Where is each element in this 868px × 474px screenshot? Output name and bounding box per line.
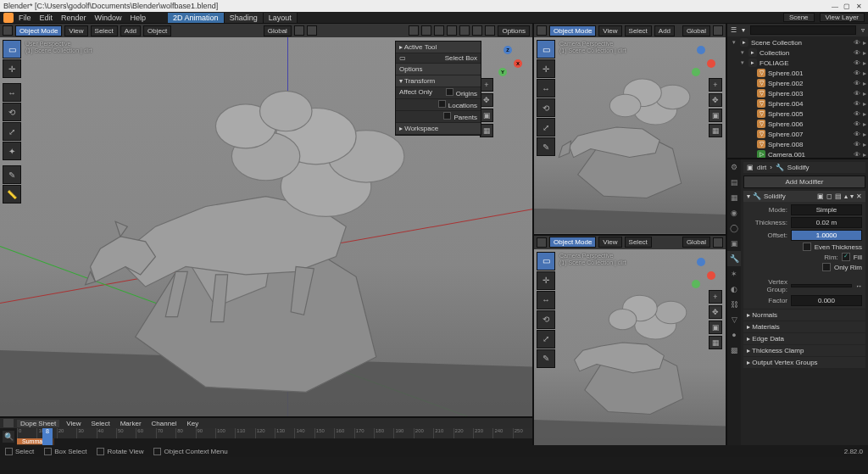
ptab-world-icon[interactable]: ◯ xyxy=(727,220,741,236)
timeline-select[interactable]: Select xyxy=(87,420,113,427)
outliner-tree[interactable]: ▾▸Scene Collection👁▸▾▸Collection👁▸▾▸FOLI… xyxy=(727,36,868,158)
mode-dropdown[interactable]: Object Mode xyxy=(549,25,596,36)
ptab-material-icon[interactable]: ● xyxy=(727,327,741,343)
ptab-mesh-icon[interactable]: ▽ xyxy=(727,312,741,327)
orient-dropdown[interactable]: Global xyxy=(682,237,710,248)
tool-move[interactable]: ↔ xyxy=(537,79,555,98)
viewport-menu-select[interactable]: Select xyxy=(625,25,652,36)
orientation-dropdown[interactable]: Global xyxy=(264,25,292,36)
vgroup-invert-icon[interactable]: ↔ xyxy=(855,282,862,290)
npanel-parents-check[interactable] xyxy=(443,112,451,120)
tool-annotate[interactable]: ✎ xyxy=(3,165,21,184)
modifier-move-up-icon[interactable]: ▴ xyxy=(844,192,848,200)
restrict-icon[interactable]: ▸ xyxy=(863,141,866,148)
gizmo-y-icon[interactable] xyxy=(692,68,700,76)
restrict-icon[interactable]: ▸ xyxy=(863,59,866,67)
tool-rotate[interactable]: ⟲ xyxy=(3,103,21,121)
panel-output-vgroups[interactable]: ▸ Output Vertex Groups xyxy=(743,357,865,368)
outliner-item[interactable]: ▾▸FOLIAGE👁▸ xyxy=(729,58,866,68)
tool-scale[interactable]: ⤢ xyxy=(3,122,21,141)
tool-annotate[interactable]: ✎ xyxy=(537,349,555,368)
ptab-modifier-icon[interactable]: 🔧 xyxy=(727,251,741,266)
tool-rotate[interactable]: ⟲ xyxy=(537,98,555,117)
camera-icon[interactable]: ▣ xyxy=(709,321,722,334)
viewport-menu-object[interactable]: Object xyxy=(143,25,171,36)
window-minimize-button[interactable]: — xyxy=(829,1,841,11)
persp-toggle-icon[interactable]: ▦ xyxy=(480,124,493,137)
snap-icon[interactable] xyxy=(294,25,304,36)
ptab-constraints-icon[interactable]: ⛓ xyxy=(727,297,741,312)
editor-type-icon[interactable] xyxy=(537,237,547,248)
gizmo-z-icon[interactable] xyxy=(697,258,705,266)
camera-icon[interactable]: ▣ xyxy=(709,109,722,122)
persp-icon[interactable]: ▦ xyxy=(709,336,722,349)
eye-icon[interactable]: 👁 xyxy=(854,39,860,47)
tool-transform[interactable]: ✦ xyxy=(3,142,21,160)
tool-measure[interactable]: 📏 xyxy=(3,185,21,204)
editor-type-icon[interactable] xyxy=(3,25,13,36)
modifier-display-render-icon[interactable]: ▣ xyxy=(817,192,824,200)
tool-select-box[interactable]: ▭ xyxy=(3,40,21,59)
outliner-filter-icon[interactable]: ▿ xyxy=(861,26,865,34)
shading-rendered-icon[interactable] xyxy=(485,25,495,36)
timeline-channel[interactable]: Channel xyxy=(148,420,181,427)
camera-view-icon[interactable]: ▣ xyxy=(480,109,493,122)
eye-icon[interactable]: 👁 xyxy=(854,70,860,77)
vertex-group-field[interactable] xyxy=(791,284,852,287)
fill-rim-check[interactable] xyxy=(842,253,850,261)
viewport-bottom-right[interactable]: Camera Perspective(1) Scene Collection |… xyxy=(534,249,726,446)
tool-rotate[interactable]: ⟲ xyxy=(537,310,555,329)
menu-file[interactable]: File xyxy=(15,14,35,22)
tool-move[interactable]: ↔ xyxy=(537,291,555,309)
zoom-icon[interactable]: + xyxy=(480,78,493,92)
pan-icon[interactable]: ✥ xyxy=(480,93,493,107)
solidify-mode[interactable]: Simple xyxy=(791,204,862,215)
tool-cursor[interactable]: ✛ xyxy=(3,59,21,78)
add-modifier-button[interactable]: Add Modifier xyxy=(743,176,865,188)
outliner-type-icon[interactable]: ☰ xyxy=(731,26,737,34)
outliner-item[interactable]: ▽Sphere.005👁▸ xyxy=(729,109,866,119)
modifier-display-edit-icon[interactable]: ▤ xyxy=(835,192,842,200)
eye-icon[interactable]: 👁 xyxy=(854,80,860,87)
timeline-body[interactable]: 🔍 01020304050607080901001101201301401501… xyxy=(0,428,532,445)
workspace-tab[interactable]: Shading xyxy=(225,13,264,23)
outliner-item[interactable]: ▽Sphere.001👁▸ xyxy=(729,68,866,78)
restrict-icon[interactable]: ▸ xyxy=(863,151,866,159)
gizmo-y-axis-icon[interactable]: Y xyxy=(498,68,507,76)
even-thickness-check[interactable] xyxy=(803,243,811,251)
outliner-item[interactable]: ▾▸Scene Collection👁▸ xyxy=(729,37,866,47)
gizmo-x-icon[interactable] xyxy=(707,271,715,280)
gizmo-y-icon[interactable] xyxy=(692,280,700,288)
scene-selector[interactable]: Scene xyxy=(783,13,815,22)
thickness-field[interactable]: 0.02 m xyxy=(791,217,862,228)
eye-icon[interactable]: 👁 xyxy=(854,49,860,57)
ptab-physics-icon[interactable]: ◐ xyxy=(727,282,741,297)
breadcrumb-modifier[interactable]: Solidify xyxy=(787,164,810,171)
window-close-button[interactable]: ✕ xyxy=(853,1,865,11)
modifier-delete-icon[interactable]: ✕ xyxy=(856,192,862,200)
tool-select-box[interactable]: ▭ xyxy=(537,252,555,270)
restrict-icon[interactable]: ▸ xyxy=(863,70,866,77)
nav-gizmo[interactable] xyxy=(688,256,719,287)
orient-dropdown[interactable]: Global xyxy=(682,25,710,36)
modifier-display-viewport-icon[interactable]: ◻ xyxy=(826,192,832,200)
viewport-main[interactable]: User Perspective (1) Scene Collection | … xyxy=(0,37,532,416)
restrict-icon[interactable]: ▸ xyxy=(863,110,866,118)
ptab-render-icon[interactable]: ⚙ xyxy=(727,159,741,175)
outliner-item[interactable]: ▽Sphere.004👁▸ xyxy=(729,98,866,109)
outliner-item[interactable]: ▽Sphere.002👁▸ xyxy=(729,78,866,88)
proportional-edit-icon[interactable] xyxy=(307,25,317,36)
ptab-particles-icon[interactable]: ✶ xyxy=(727,266,741,282)
xray-icon[interactable] xyxy=(434,25,444,36)
panel-materials[interactable]: ▸ Materials xyxy=(743,321,865,332)
window-maximize-button[interactable]: ▢ xyxy=(841,1,853,11)
npanel-options-header[interactable]: Options xyxy=(396,64,481,75)
eye-icon[interactable]: 👁 xyxy=(854,120,860,128)
viewlayer-selector[interactable]: View Layer xyxy=(820,13,865,22)
panel-normals[interactable]: ▸ Normals xyxy=(743,309,865,321)
viewport-menu-add[interactable]: Add xyxy=(120,25,141,36)
npanel-transform-header[interactable]: ▾ Transform xyxy=(396,75,481,87)
viewport-menu-view[interactable]: View xyxy=(598,237,621,248)
workspace-tab-active[interactable]: 2D Animation xyxy=(168,13,225,23)
shading-wireframe-icon[interactable] xyxy=(447,25,457,36)
